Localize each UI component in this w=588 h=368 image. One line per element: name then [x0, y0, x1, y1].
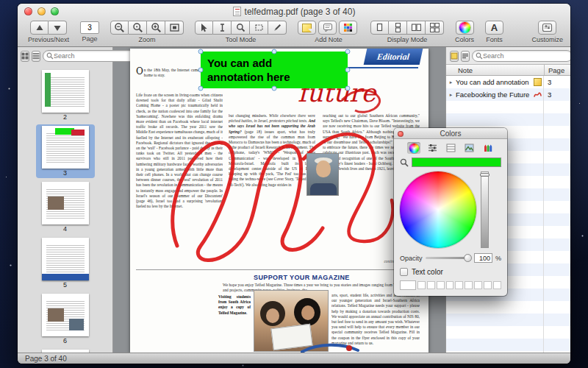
ibeam-tool-button[interactable]: [213, 21, 232, 35]
colors-panel-titlebar[interactable]: Colors: [394, 128, 507, 139]
page-thumbnail[interactable]: 6: [36, 292, 95, 346]
add-anchored-note-button[interactable]: [318, 21, 337, 35]
color-swatch-well[interactable]: [417, 281, 426, 289]
current-color-swatch[interactable]: [412, 158, 501, 167]
color-swatch-well[interactable]: [437, 281, 445, 289]
color-sliders-mode-button[interactable]: [426, 142, 439, 154]
brightness-slider-knob[interactable]: [480, 173, 490, 177]
notes-search-input[interactable]: [483, 52, 569, 60]
thumbnail-sidebar: 2 3 4 5 6: [18, 47, 113, 353]
page-thumbnail[interactable]: 7: [36, 348, 95, 353]
green-annotation-box[interactable]: You can add annotation here: [201, 52, 348, 88]
color-palettes-mode-icon: [446, 144, 456, 152]
page-thumbnail-selected[interactable]: 3: [36, 124, 95, 178]
close-button[interactable]: [24, 7, 32, 15]
next-page-button[interactable]: [49, 21, 67, 35]
fonts-button[interactable]: A: [485, 21, 503, 35]
outline-view-button[interactable]: [32, 51, 40, 62]
annotation-resize-handle[interactable]: [345, 49, 351, 54]
single-page-continuous-button[interactable]: [389, 21, 407, 35]
opacity-slider-knob[interactable]: [464, 254, 472, 262]
disclosure-triangle-icon[interactable]: ▸: [446, 92, 456, 98]
toolbar-group-display-mode: Display Mode: [370, 21, 444, 43]
note-title: Facebooking the Future: [456, 91, 531, 99]
zoom-to-fit-button[interactable]: [165, 21, 184, 35]
note-tool-button[interactable]: [268, 21, 287, 35]
color-wheel[interactable]: [400, 171, 476, 248]
color-drag-well[interactable]: [400, 280, 416, 290]
zoom-in-button[interactable]: [147, 21, 165, 35]
logo-swoosh: [301, 342, 359, 353]
customize-toolbar-button[interactable]: [538, 21, 556, 35]
color-swatch-well[interactable]: [427, 281, 435, 289]
two-pages-continuous-button[interactable]: [426, 21, 444, 35]
window-title-text: telfedmag.pdf (page 3 of 40): [245, 7, 356, 17]
color-swatch-well[interactable]: [474, 281, 482, 289]
note-row[interactable]: ▸ You can add annotation 3: [446, 76, 570, 88]
zoom-window-button[interactable]: [51, 7, 59, 15]
two-pages-button[interactable]: [407, 21, 426, 35]
chairman-photo: [306, 153, 339, 196]
page-column-header[interactable]: Page: [544, 65, 570, 75]
text-filter-icon: [462, 52, 469, 60]
notes-search-field[interactable]: [472, 50, 570, 62]
page-thumbnail[interactable]: 2: [36, 68, 95, 122]
thumbnails-view-icon: [21, 52, 29, 60]
pdf-viewer-window: telfedmag.pdf (page 3 of 40) Previous/Ne…: [18, 4, 570, 364]
magnifier-icon[interactable]: [400, 158, 409, 167]
magnify-tool-button[interactable]: [232, 21, 250, 35]
previous-page-button[interactable]: [30, 21, 49, 35]
image-palettes-mode-button[interactable]: [462, 142, 476, 154]
color-swatch-well[interactable]: [465, 281, 473, 289]
annotation-resize-handle[interactable]: [198, 86, 204, 91]
zoom-out-button[interactable]: [110, 21, 129, 35]
annotation-resize-handle[interactable]: [198, 49, 204, 54]
disclosure-triangle-icon[interactable]: ▸: [446, 79, 456, 85]
color-wheel-mode-button[interactable]: [407, 142, 420, 154]
colors-panel-close-button[interactable]: [398, 131, 404, 137]
color-palettes-mode-button[interactable]: [444, 142, 457, 154]
magnify-tool-icon: [236, 23, 245, 32]
notes-filter-button[interactable]: [450, 51, 459, 62]
page-thumbnail[interactable]: 5: [36, 236, 95, 290]
note-column-header[interactable]: Note: [446, 66, 544, 74]
note-row[interactable]: ▸ Facebooking the Future 3: [446, 88, 570, 101]
text-color-checkbox[interactable]: [400, 268, 408, 276]
color-swatch-well[interactable]: [493, 281, 501, 289]
notes-table-header[interactable]: Note Page: [446, 64, 570, 76]
annotation-resize-handle[interactable]: [272, 49, 277, 54]
text-tool-button[interactable]: [195, 21, 213, 35]
color-swatch-well[interactable]: [446, 281, 454, 289]
swatch-row: [394, 277, 507, 296]
document-icon: [233, 7, 241, 16]
zoom-to-fit-icon: [169, 22, 180, 33]
add-note-colors-button[interactable]: [339, 21, 357, 35]
annotation-resize-handle[interactable]: [272, 86, 277, 91]
text-color-row: Text color: [394, 263, 507, 277]
title-bar[interactable]: telfedmag.pdf (page 3 of 40): [18, 4, 570, 19]
color-swatch-well[interactable]: [455, 281, 463, 289]
colors-button[interactable]: [456, 21, 474, 35]
search-icon: [46, 52, 54, 60]
select-tool-button[interactable]: [250, 21, 268, 35]
annotation-resize-handle[interactable]: [198, 68, 204, 73]
text-filter-button[interactable]: [461, 51, 470, 62]
photo-caption: Visiting students from South Africa enjo…: [218, 294, 251, 316]
status-bar: Page 3 of 40: [18, 353, 570, 364]
single-page-button[interactable]: [370, 21, 389, 35]
search-icon: [476, 52, 483, 60]
opacity-slider[interactable]: [426, 257, 471, 259]
annotation-resize-handle[interactable]: [345, 68, 351, 73]
add-text-note-button[interactable]: [298, 21, 316, 35]
crayons-mode-button[interactable]: [481, 142, 494, 154]
page-number-input[interactable]: [80, 21, 99, 34]
brightness-slider[interactable]: [481, 171, 489, 248]
zoom-actual-size-button[interactable]: [129, 21, 147, 35]
opacity-value[interactable]: 100: [474, 253, 492, 263]
color-swatch-well[interactable]: [484, 281, 492, 289]
thumbnails-view-button[interactable]: [21, 51, 29, 62]
annotation-resize-handle[interactable]: [345, 86, 351, 91]
minimize-button[interactable]: [37, 7, 46, 15]
note-page: 3: [544, 78, 570, 86]
page-thumbnail[interactable]: 4: [36, 180, 95, 234]
